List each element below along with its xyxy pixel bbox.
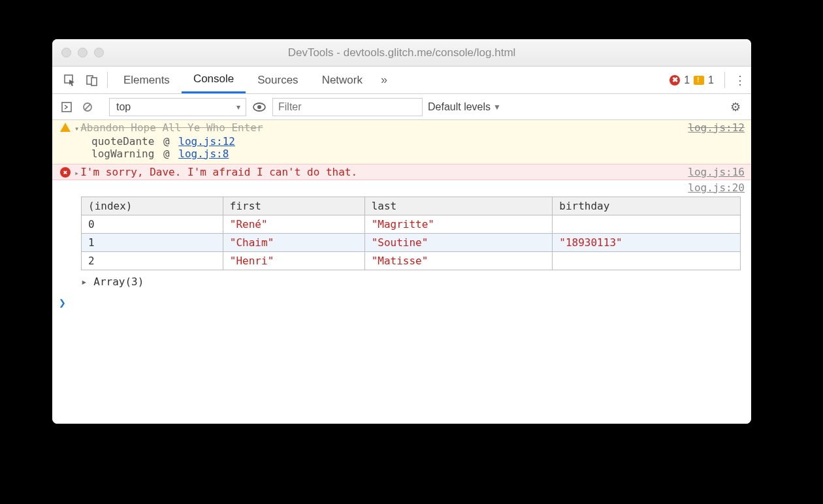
execution-context-selector[interactable]: top [109,98,246,116]
console-settings-icon[interactable]: ⚙ [726,100,745,114]
console-log-area: ▾Abandon Hope All Ye Who Enter log.js:12… [52,120,751,424]
stack-trace-line: logWarning @ log.js:8 [52,148,751,164]
tab-elements[interactable]: Elements [112,67,182,93]
col-birthday[interactable]: birthday [553,197,741,215]
console-table: (index) first last birthday 0 "René" "Ma… [81,197,741,270]
table-row: 1 "Chaim" "Soutine" "18930113" [82,234,741,252]
col-index[interactable]: (index) [82,197,223,215]
device-toolbar-icon[interactable] [81,67,103,93]
warning-text: Abandon Hope All Ye Who Enter [80,121,263,134]
expand-toggle-icon[interactable]: ▸ [74,168,79,178]
svg-line-5 [85,104,90,110]
settings-menu-icon[interactable]: ⋮ [729,67,751,93]
console-toolbar: top Default levels ▼ ⚙ [52,94,751,120]
warning-icon [694,76,704,85]
svg-point-7 [257,105,261,109]
source-link[interactable]: log.js:12 [688,121,745,134]
col-last[interactable]: last [364,197,553,215]
source-link[interactable]: log.js:16 [688,166,745,178]
clear-console-icon[interactable] [80,102,95,112]
live-expression-icon[interactable] [251,102,267,112]
log-levels-selector[interactable]: Default levels ▼ [428,101,501,113]
console-prompt[interactable]: ❯ [52,292,751,313]
log-levels-label: Default levels [428,101,491,113]
stack-link[interactable]: log.js:8 [178,148,229,160]
warning-icon [60,123,71,132]
window-title: DevTools - devtools.glitch.me/console/lo… [52,46,751,59]
devtools-window: DevTools - devtools.glitch.me/console/lo… [52,39,751,424]
stack-link[interactable]: log.js:12 [178,135,235,148]
tabs-overflow[interactable]: » [374,67,394,93]
error-icon: ✖ [670,75,680,86]
tab-sources[interactable]: Sources [246,67,310,93]
table-row: 2 "Henri" "Matisse" [82,252,741,270]
console-error-row[interactable]: ✖ ▸I'm sorry, Dave. I'm afraid I can't d… [52,164,751,180]
console-warning-row[interactable]: ▾Abandon Hope All Ye Who Enter log.js:12 [52,120,751,135]
titlebar: DevTools - devtools.glitch.me/console/lo… [52,39,751,67]
stack-fn: logWarning [91,148,154,160]
array-summary[interactable]: Array(3) [52,273,751,292]
warning-count: 1 [708,74,714,86]
filter-input[interactable] [272,98,423,116]
tab-console[interactable]: Console [182,67,246,93]
error-text: I'm sorry, Dave. I'm afraid I can't do t… [80,166,357,178]
stack-trace-line: quoteDante @ log.js:12 [52,135,751,148]
inspect-element-icon[interactable] [59,67,81,93]
table-source-line: log.js:20 [52,180,751,194]
svg-rect-2 [91,78,97,86]
tab-network[interactable]: Network [310,67,374,93]
error-count: 1 [684,74,690,86]
error-icon: ✖ [60,167,71,178]
col-first[interactable]: first [223,197,364,215]
panel-tabstrip: Elements Console Sources Network » ✖ 1 1… [52,67,751,94]
source-link[interactable]: log.js:20 [688,181,745,194]
toggle-console-drawer-icon[interactable] [59,102,74,112]
status-counts[interactable]: ✖ 1 1 [663,67,720,93]
table-row: 0 "René" "Magritte" [82,215,741,234]
expand-toggle-icon[interactable]: ▾ [74,124,79,133]
stack-fn: quoteDante [91,135,154,148]
